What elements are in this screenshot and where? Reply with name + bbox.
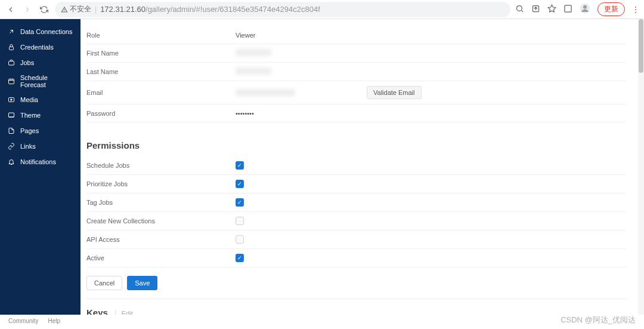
- check-icon: ✓: [237, 255, 242, 261]
- keys-title: Keys: [86, 308, 108, 315]
- sidebar-label: Pages: [20, 127, 39, 134]
- save-button[interactable]: Save: [127, 276, 157, 290]
- forward-button[interactable]: [21, 4, 33, 16]
- field-first-name: First Name: [86, 44, 626, 63]
- insecure-label: 不安全: [70, 4, 91, 14]
- permission-checkbox[interactable]: ✓: [236, 254, 244, 262]
- url-host: 172.31.21.60: [100, 5, 145, 14]
- sidebar-label: Schedule Forecast: [20, 74, 73, 88]
- sidebar-label: Media: [20, 96, 38, 103]
- permission-checkbox[interactable]: [236, 217, 244, 225]
- calendar-icon: [7, 77, 16, 85]
- search-icon[interactable]: [515, 4, 524, 15]
- permission-row: Prioritize Jobs✓: [86, 175, 626, 193]
- media-icon: [7, 96, 16, 104]
- permission-label: API Access: [86, 236, 236, 243]
- svg-rect-6: [9, 62, 14, 66]
- role-label: Role: [86, 32, 236, 39]
- password-value: ••••••••: [236, 110, 626, 117]
- svg-rect-9: [9, 113, 14, 117]
- sidebar-item-notifications[interactable]: Notifications: [0, 154, 80, 170]
- field-last-name: Last Name: [86, 63, 626, 81]
- role-value: Viewer: [236, 32, 626, 39]
- svg-rect-7: [9, 79, 14, 84]
- email-value: [236, 89, 295, 96]
- extensions-icon[interactable]: [564, 4, 572, 15]
- sidebar-label: Theme: [20, 112, 41, 119]
- sidebar-label: Links: [20, 143, 36, 150]
- lock-icon: [7, 43, 16, 51]
- link-icon: [7, 142, 16, 150]
- first-name-value: [236, 49, 271, 56]
- sidebar-label: Data Connections: [20, 28, 72, 35]
- permission-checkbox[interactable]: ✓: [236, 198, 244, 207]
- sidebar: Data Connections Credentials Jobs Schedu…: [0, 19, 80, 315]
- insecure-icon: 不安全: [61, 4, 91, 14]
- sidebar-label: Notifications: [20, 158, 56, 165]
- email-label: Email: [86, 89, 236, 96]
- field-email: Email Validate Email: [86, 81, 626, 104]
- permission-label: Active: [86, 254, 236, 262]
- update-button[interactable]: 更新: [597, 2, 625, 16]
- sidebar-item-pages[interactable]: Pages: [0, 123, 80, 139]
- share-icon[interactable]: [531, 4, 540, 15]
- scrollbar-thumb[interactable]: [639, 19, 643, 73]
- permissions-title: Permissions: [86, 130, 626, 156]
- check-icon: ✓: [237, 162, 242, 168]
- sidebar-label: Credentials: [20, 44, 54, 51]
- keys-edit-link[interactable]: Edit: [115, 310, 133, 315]
- validate-email-button[interactable]: Validate Email: [367, 86, 422, 99]
- field-password: Password ••••••••: [86, 104, 626, 122]
- scrollbar-track: [638, 19, 644, 315]
- check-icon: ✓: [237, 199, 242, 205]
- briefcase-icon: [7, 59, 16, 67]
- footer: Community Help: [0, 313, 69, 315]
- profile-icon[interactable]: [580, 3, 590, 16]
- cancel-button[interactable]: Cancel: [86, 276, 122, 290]
- sidebar-item-media[interactable]: Media: [0, 92, 80, 107]
- back-button[interactable]: [5, 4, 17, 16]
- permission-checkbox[interactable]: ✓: [236, 161, 244, 170]
- permission-label: Prioritize Jobs: [86, 180, 236, 187]
- sidebar-item-schedule-forecast[interactable]: Schedule Forecast: [0, 70, 80, 92]
- svg-rect-5: [10, 47, 14, 50]
- svg-point-4: [583, 5, 587, 9]
- permission-row: Schedule Jobs✓: [86, 156, 626, 175]
- main-content: Role Viewer First Name Last Name Email V…: [80, 19, 644, 315]
- sidebar-item-jobs[interactable]: Jobs: [0, 55, 80, 70]
- page-icon: [7, 127, 16, 135]
- permission-label: Schedule Jobs: [86, 162, 236, 169]
- permission-label: Tag Jobs: [86, 199, 236, 206]
- browser-toolbar: 不安全 | 172.31.21.60/gallery/admin/#!user/…: [0, 0, 644, 19]
- sidebar-item-credentials[interactable]: Credentials: [0, 39, 80, 55]
- url-path: /gallery/admin/#!user/631845e35474e4294c…: [145, 5, 320, 14]
- sidebar-item-data-connections[interactable]: Data Connections: [0, 24, 80, 39]
- sidebar-label: Jobs: [20, 59, 34, 66]
- bell-icon: [7, 158, 16, 166]
- permission-row: Create New Collections: [86, 212, 626, 230]
- share-icon: [7, 27, 16, 36]
- first-name-label: First Name: [86, 50, 236, 57]
- permission-row: Tag Jobs✓: [86, 193, 626, 212]
- menu-icon[interactable]: ⋮: [632, 5, 639, 14]
- permission-checkbox[interactable]: [236, 235, 244, 244]
- field-role: Role Viewer: [86, 26, 626, 44]
- permission-row: Active✓: [86, 249, 626, 267]
- password-label: Password: [86, 110, 236, 117]
- reload-button[interactable]: [38, 4, 50, 16]
- permission-label: Create New Collections: [86, 217, 236, 225]
- address-bar[interactable]: 不安全 | 172.31.21.60/gallery/admin/#!user/…: [55, 2, 510, 17]
- permission-checkbox[interactable]: ✓: [236, 180, 244, 188]
- star-icon[interactable]: [547, 4, 556, 15]
- permission-row: API Access: [86, 230, 626, 249]
- check-icon: ✓: [237, 181, 242, 187]
- last-name-label: Last Name: [86, 68, 236, 75]
- sidebar-item-links[interactable]: Links: [0, 139, 80, 154]
- svg-point-0: [517, 5, 522, 11]
- svg-rect-2: [565, 5, 571, 11]
- theme-icon: [7, 111, 16, 119]
- last-name-value: [236, 67, 271, 75]
- sidebar-item-theme[interactable]: Theme: [0, 107, 80, 123]
